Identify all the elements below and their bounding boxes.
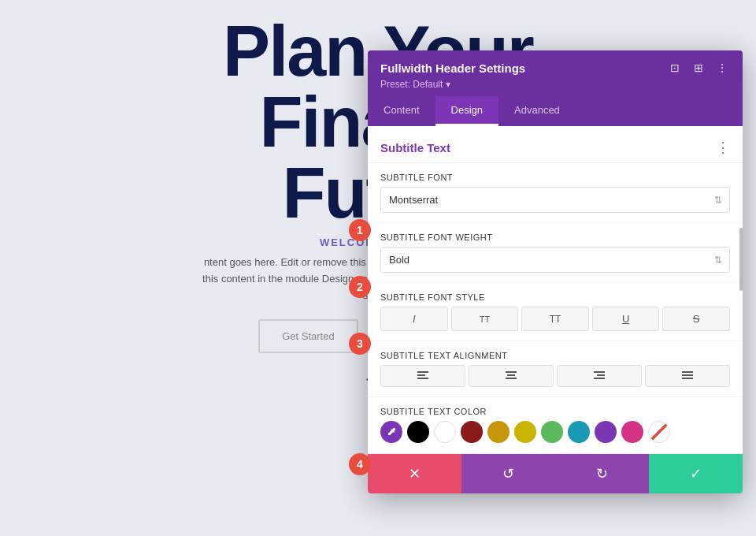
- subtitle-text-color-label: Subtitle Text Color: [380, 407, 730, 416]
- swatch-pink[interactable]: [621, 421, 643, 443]
- step-badge-4: 4: [349, 453, 371, 475]
- subtitle-font-style-field: Subtitle Font Style I TT Tt U S: [368, 283, 743, 341]
- style-buttons: I TT Tt U S: [380, 307, 730, 331]
- section-menu-icon[interactable]: ⋮: [716, 139, 730, 156]
- subtitle-font-style-label: Subtitle Font Style: [380, 292, 730, 302]
- swatch-green[interactable]: [541, 421, 563, 443]
- swatch-dark-red[interactable]: [461, 421, 483, 443]
- get-started-button[interactable]: Get Started: [258, 319, 358, 353]
- subtitle-font-field: Subtitle Font Montserrat Arial Roboto ⇅: [368, 163, 743, 223]
- subtitle-font-select-wrapper: Montserrat Arial Roboto ⇅: [380, 187, 730, 213]
- cancel-button[interactable]: ✕: [368, 454, 461, 493]
- subtitle-font-select[interactable]: Montserrat Arial Roboto: [380, 187, 730, 213]
- svg-rect-0: [417, 371, 428, 373]
- tab-advanced[interactable]: Advanced: [498, 96, 576, 126]
- more-icon[interactable]: ⋮: [714, 60, 730, 76]
- align-center-button[interactable]: [469, 365, 554, 387]
- align-left-button[interactable]: [380, 365, 465, 387]
- grid-icon[interactable]: ⊞: [691, 60, 706, 76]
- swatch-gold[interactable]: [487, 421, 510, 443]
- save-button[interactable]: ✓: [649, 454, 743, 493]
- section-header: Subtitle Text ⋮: [368, 126, 743, 163]
- color-swatches: [380, 421, 730, 443]
- subtitle-text-color-field: Subtitle Text Color: [368, 397, 743, 453]
- section-title: Subtitle Text: [380, 141, 450, 154]
- panel-body: Subtitle Text ⋮ Subtitle Font Montserrat…: [368, 126, 743, 453]
- svg-rect-12: [682, 371, 693, 373]
- settings-panel: Fullwidth Header Settings ⊡ ⊞ ⋮ Preset: …: [368, 50, 743, 493]
- eyedropper-swatch[interactable]: [380, 421, 402, 443]
- subtitle-font-weight-field: Subtitle Font Weight Bold Regular Light …: [368, 223, 743, 283]
- svg-rect-13: [682, 374, 693, 376]
- style-italic-button[interactable]: I: [380, 307, 448, 331]
- swatch-teal[interactable]: [568, 421, 590, 443]
- style-smallcaps-button[interactable]: TT: [451, 307, 519, 331]
- panel-footer: ✕ ↺ ↻ ✓: [368, 453, 743, 493]
- tab-design[interactable]: Design: [435, 96, 498, 126]
- style-strikethrough-button[interactable]: S: [662, 307, 730, 331]
- redo-button[interactable]: ↻: [555, 454, 649, 493]
- style-underline-button[interactable]: U: [592, 307, 660, 331]
- swatch-black[interactable]: [407, 421, 429, 443]
- svg-rect-14: [682, 378, 693, 379]
- step-badge-3: 3: [349, 333, 371, 355]
- panel-header-top: Fullwidth Header Settings ⊡ ⊞ ⋮: [380, 60, 730, 76]
- subtitle-font-label: Subtitle Font: [380, 173, 730, 182]
- panel-header-icons: ⊡ ⊞ ⋮: [667, 60, 730, 76]
- panel-tabs: Content Design Advanced: [368, 96, 743, 126]
- svg-rect-2: [417, 378, 428, 379]
- panel-title: Fullwidth Header Settings: [380, 61, 525, 75]
- align-justify-button[interactable]: [645, 365, 730, 387]
- scroll-indicator[interactable]: [739, 228, 743, 291]
- swatch-purple[interactable]: [595, 421, 617, 443]
- align-right-button[interactable]: [557, 365, 642, 387]
- subtitle-text-align-field: Subtitle Text Alignment: [368, 341, 743, 397]
- step-badge-1: 1: [349, 219, 371, 241]
- swatch-white[interactable]: [434, 421, 456, 443]
- svg-rect-1: [417, 374, 425, 376]
- subtitle-text-align-label: Subtitle Text Alignment: [380, 351, 730, 360]
- align-buttons: [380, 365, 730, 387]
- subtitle-font-weight-label: Subtitle Font Weight: [380, 233, 730, 242]
- tab-content[interactable]: Content: [368, 96, 435, 126]
- svg-rect-9: [597, 374, 605, 376]
- reset-button[interactable]: ↺: [461, 454, 555, 493]
- subtitle-font-weight-select-wrapper: Bold Regular Light SemiBold ⇅: [380, 247, 730, 273]
- panel-header: Fullwidth Header Settings ⊡ ⊞ ⋮ Preset: …: [368, 50, 743, 96]
- svg-rect-6: [506, 378, 517, 379]
- svg-rect-5: [507, 374, 515, 376]
- swatch-yellow[interactable]: [514, 421, 536, 443]
- svg-rect-4: [506, 371, 517, 373]
- minimize-icon[interactable]: ⊡: [667, 60, 683, 76]
- panel-preset[interactable]: Preset: Default ▾: [380, 79, 730, 90]
- step-badge-2: 2: [349, 276, 371, 298]
- swatch-none[interactable]: [648, 421, 670, 443]
- subtitle-font-weight-select[interactable]: Bold Regular Light SemiBold: [380, 247, 730, 273]
- svg-rect-10: [594, 378, 605, 379]
- svg-rect-8: [594, 371, 605, 373]
- style-uppercase-button[interactable]: Tt: [521, 307, 589, 331]
